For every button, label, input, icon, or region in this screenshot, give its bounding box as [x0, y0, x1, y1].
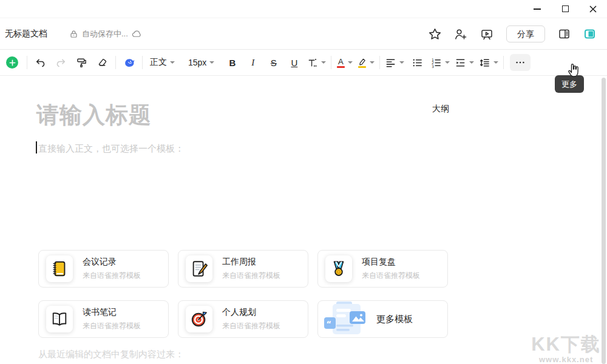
underline-button[interactable]: U [286, 53, 302, 72]
template-card-meeting-notes[interactable]: 会议记录 来自语雀推荐模板 [38, 250, 169, 288]
minimize-button[interactable] [523, 0, 551, 18]
body-input-placeholder[interactable]: 直接输入正文，也可选择一个模板： [38, 143, 184, 155]
divider [27, 56, 27, 69]
title-input-placeholder[interactable]: 请输入标题 [36, 100, 152, 130]
maximize-button[interactable] [551, 0, 579, 18]
notebook-icon [46, 255, 73, 282]
line-spacing-button[interactable] [479, 53, 498, 72]
redo-icon [55, 57, 67, 69]
cloud-icon [132, 30, 142, 38]
svg-text:3: 3 [432, 64, 434, 68]
indent-button[interactable] [455, 53, 474, 72]
layout-columns-button[interactable] [558, 28, 571, 40]
chevron-down-icon [321, 61, 326, 64]
template-subtitle: 来自语雀推荐模板 [83, 321, 141, 331]
chevron-down-icon [469, 61, 474, 64]
divider [503, 56, 504, 69]
watermark: KK下载 www.kkx.net [531, 334, 601, 364]
insert-button[interactable] [6, 56, 18, 69]
medal-icon [325, 255, 352, 282]
doc-title[interactable]: 无标题文档 [5, 29, 47, 39]
chevron-down-icon [170, 61, 175, 64]
divider [379, 56, 380, 69]
align-icon [385, 57, 396, 69]
format-painter-button[interactable] [73, 53, 90, 72]
font-size-select[interactable]: 15px [186, 53, 217, 72]
redo-button[interactable] [53, 53, 69, 72]
window-titlebar [0, 0, 607, 18]
bold-icon: B [229, 58, 236, 68]
template-card-more-templates[interactable]: “ 更多模板 [317, 300, 448, 338]
text-style-button[interactable] [307, 53, 326, 72]
align-button[interactable] [385, 53, 404, 72]
format-painter-icon [76, 57, 87, 69]
recent-docs-hint: 从最近编辑的文档中复制内容过来： [38, 349, 184, 360]
format-toolbar: 正文 15px B I S U A [0, 50, 607, 76]
font-size-value: 15px [188, 58, 206, 67]
indent-icon [455, 57, 466, 69]
template-card-weekly-report[interactable]: 工作周报 来自语雀推荐模板 [178, 250, 308, 288]
svg-text:“: “ [327, 319, 332, 328]
present-icon [480, 28, 493, 41]
clear-format-icon [97, 57, 108, 69]
undo-button[interactable] [32, 53, 49, 72]
divider [115, 56, 116, 69]
italic-button[interactable]: I [245, 53, 261, 72]
vertical-scrollbar[interactable] [602, 78, 606, 364]
invite-collaborator-icon [454, 28, 467, 41]
outline-label[interactable]: 大纲 [432, 104, 449, 115]
watermark-logo: KK下载 [531, 334, 601, 355]
star-icon [429, 28, 441, 41]
share-button[interactable]: 分享 [506, 25, 545, 42]
font-color-button[interactable]: A [336, 53, 353, 72]
bold-button[interactable]: B [224, 53, 240, 72]
chevron-down-icon [370, 61, 375, 64]
highlight-color-button[interactable] [358, 53, 375, 72]
template-title: 个人规划 [222, 307, 280, 318]
template-card-reading-notes[interactable]: 读书笔记 来自语雀推荐模板 [38, 300, 169, 338]
line-spacing-icon [479, 57, 490, 69]
maximize-icon [562, 5, 569, 12]
template-title: 工作周报 [222, 257, 280, 268]
bullet-list-icon [412, 57, 423, 69]
close-button[interactable] [579, 0, 607, 18]
open-book-icon [46, 306, 73, 332]
add-icon [9, 59, 16, 66]
autosave-text: 自动保存中... [82, 29, 128, 39]
more-icon [515, 57, 526, 68]
lock-icon [69, 29, 78, 39]
favorite-button[interactable] [429, 28, 441, 41]
paragraph-style-value: 正文 [150, 57, 167, 68]
close-icon [589, 5, 597, 13]
ai-assistant-icon [123, 56, 135, 69]
watermark-url: www.kkx.net [531, 355, 601, 364]
template-title: 会议记录 [83, 257, 141, 268]
autosave-status: 自动保存中... [69, 29, 142, 39]
ai-assistant-button[interactable] [121, 53, 137, 72]
chevron-down-icon [348, 61, 353, 64]
present-button[interactable] [480, 28, 493, 41]
more-templates-illustration: “ [324, 302, 368, 337]
minimize-icon [534, 8, 541, 10]
target-dart-icon [186, 306, 212, 332]
more-tools-button[interactable] [510, 54, 531, 71]
layout-columns-icon [558, 28, 571, 40]
numbered-list-button[interactable]: 1 2 3 [430, 53, 450, 72]
font-color-icon: A [337, 58, 345, 68]
clear-format-button[interactable] [94, 53, 110, 72]
panel-toggle-button[interactable] [583, 28, 596, 40]
strikethrough-button[interactable]: S [265, 53, 282, 72]
invite-collaborator-button[interactable] [454, 28, 467, 41]
mouse-cursor [566, 63, 581, 81]
chevron-down-icon [445, 61, 450, 64]
template-card-project-review[interactable]: 项目复盘 来自语雀推荐模板 [317, 250, 448, 288]
chevron-down-icon [209, 61, 214, 64]
template-subtitle: 来自语雀推荐模板 [83, 271, 141, 281]
template-card-personal-plan[interactable]: 个人规划 来自语雀推荐模板 [178, 300, 308, 338]
bullet-list-button[interactable] [409, 53, 426, 72]
template-subtitle: 来自语雀推荐模板 [222, 321, 280, 331]
memo-pencil-icon [186, 255, 212, 282]
paragraph-style-select[interactable]: 正文 [148, 53, 177, 72]
template-title: 更多模板 [376, 314, 413, 325]
template-subtitle: 来自语雀推荐模板 [362, 271, 420, 281]
